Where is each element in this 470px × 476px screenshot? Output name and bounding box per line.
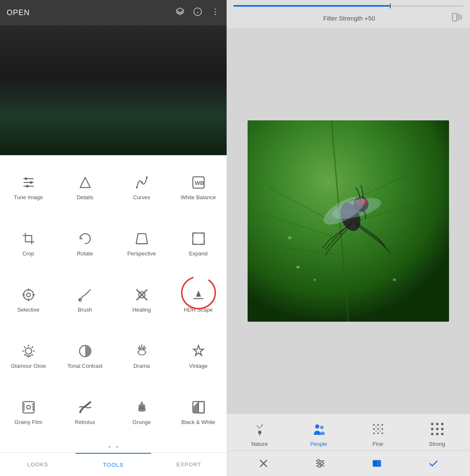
drama-label: Drama bbox=[133, 363, 150, 370]
healing-icon bbox=[133, 286, 150, 303]
tab-looks[interactable]: LOOKS bbox=[0, 453, 76, 476]
svg-rect-50 bbox=[32, 403, 34, 406]
svg-point-127 bbox=[317, 460, 320, 462]
filter-button[interactable] bbox=[370, 457, 384, 470]
svg-point-105 bbox=[381, 428, 383, 430]
cancel-button[interactable] bbox=[257, 457, 270, 470]
tab-export[interactable]: EXPORT bbox=[151, 453, 227, 476]
grainy-film-icon bbox=[20, 399, 37, 416]
expand-label: Expand bbox=[189, 250, 207, 258]
tool-brush[interactable]: Brush bbox=[57, 271, 113, 327]
crop-label: Crop bbox=[22, 250, 34, 258]
tool-tune-image[interactable]: Tune Image bbox=[0, 159, 57, 215]
tool-perspective[interactable]: Perspective bbox=[113, 215, 170, 271]
tool-drama[interactable]: Drama bbox=[113, 327, 170, 383]
svg-point-108 bbox=[381, 432, 383, 434]
hdr-scape-icon bbox=[190, 286, 207, 303]
svg-point-114 bbox=[436, 423, 439, 425]
svg-point-113 bbox=[431, 423, 433, 425]
svg-rect-131 bbox=[373, 461, 377, 466]
tool-retrolux[interactable]: Retrolux bbox=[57, 383, 113, 440]
tool-glamour-glow[interactable]: Glamour Glow bbox=[0, 327, 57, 383]
svg-point-118 bbox=[441, 428, 444, 430]
svg-point-121 bbox=[441, 433, 444, 435]
grunge-icon bbox=[133, 399, 150, 416]
preset-nature[interactable]: Nature bbox=[251, 420, 269, 447]
tool-black-white[interactable]: Black & White bbox=[170, 383, 227, 440]
svg-point-129 bbox=[318, 465, 321, 467]
tool-expand[interactable]: Expand bbox=[170, 215, 227, 271]
tool-grainy-film[interactable]: Grainy Film bbox=[0, 383, 57, 440]
svg-line-41 bbox=[31, 346, 33, 348]
crop-icon bbox=[20, 230, 37, 247]
tool-selective[interactable]: Selective bbox=[0, 271, 57, 327]
tool-grunge[interactable]: Grunge bbox=[113, 383, 170, 440]
svg-point-101 bbox=[377, 424, 379, 426]
svg-marker-31 bbox=[196, 290, 201, 297]
layers-icon[interactable] bbox=[175, 7, 185, 18]
svg-marker-57 bbox=[198, 401, 204, 413]
svg-rect-48 bbox=[23, 406, 25, 408]
curves-icon bbox=[133, 174, 150, 191]
info-icon[interactable] bbox=[193, 7, 202, 18]
confirm-button[interactable] bbox=[427, 457, 440, 470]
progress-bar-container[interactable] bbox=[233, 5, 463, 7]
svg-line-40 bbox=[24, 354, 25, 355]
tool-vintage[interactable]: Vintage bbox=[170, 327, 227, 383]
more-icon[interactable] bbox=[211, 7, 220, 18]
image-preview bbox=[0, 25, 227, 155]
preview-image bbox=[0, 25, 227, 155]
tool-rotate[interactable]: Rotate bbox=[57, 215, 113, 271]
tool-white-balance[interactable]: WB White Balance bbox=[170, 159, 227, 215]
nature-icon bbox=[251, 420, 269, 438]
strong-icon bbox=[428, 420, 446, 438]
fly-photo bbox=[248, 120, 449, 322]
adjust-button[interactable] bbox=[313, 457, 327, 470]
white-balance-label: White Balance bbox=[181, 194, 216, 201]
selective-icon bbox=[20, 286, 37, 303]
preset-fine[interactable]: Fine bbox=[369, 420, 387, 447]
filter-strength-label: Filter Strength +50 bbox=[247, 15, 452, 22]
svg-point-128 bbox=[321, 462, 323, 465]
svg-rect-52 bbox=[32, 408, 34, 411]
vintage-label: Vintage bbox=[189, 363, 208, 370]
tool-curves[interactable]: Curves bbox=[113, 159, 170, 215]
tune-image-icon bbox=[20, 174, 37, 191]
black-white-icon bbox=[190, 399, 207, 416]
svg-point-22 bbox=[24, 290, 34, 300]
preset-strong[interactable]: Strong bbox=[428, 420, 446, 447]
svg-text:WB: WB bbox=[195, 180, 204, 186]
svg-point-44 bbox=[138, 350, 145, 354]
preset-people[interactable]: People bbox=[310, 420, 328, 447]
svg-point-102 bbox=[381, 424, 383, 426]
drama-icon bbox=[133, 343, 150, 359]
tool-tonal-contrast[interactable]: Tonal Contrast bbox=[57, 327, 113, 383]
tab-tools[interactable]: TOOLS bbox=[76, 453, 151, 476]
details-label: Details bbox=[77, 194, 94, 201]
svg-point-109 bbox=[375, 427, 376, 428]
svg-point-98 bbox=[315, 424, 319, 429]
strong-label: Strong bbox=[429, 441, 445, 447]
svg-point-15 bbox=[141, 181, 143, 183]
details-icon bbox=[77, 174, 94, 191]
dot-2 bbox=[116, 446, 118, 447]
nature-label: Nature bbox=[251, 441, 268, 447]
svg-point-6 bbox=[215, 14, 216, 15]
tool-hdr-scape[interactable]: HDR Scape bbox=[170, 271, 227, 327]
compare-icon[interactable] bbox=[452, 13, 463, 24]
svg-rect-21 bbox=[193, 233, 204, 244]
svg-line-38 bbox=[24, 346, 25, 348]
svg-point-23 bbox=[26, 293, 30, 297]
tool-healing[interactable]: Healing bbox=[113, 271, 170, 327]
left-panel: OPEN bbox=[0, 0, 227, 476]
dot-1 bbox=[108, 446, 111, 447]
tool-details[interactable]: Details bbox=[57, 159, 113, 215]
svg-point-14 bbox=[136, 186, 138, 188]
svg-point-103 bbox=[373, 428, 375, 430]
tool-crop[interactable]: Crop bbox=[0, 215, 57, 271]
black-white-label: Black & White bbox=[181, 419, 215, 426]
fine-icon bbox=[369, 420, 387, 438]
action-bar bbox=[227, 450, 470, 476]
svg-point-100 bbox=[373, 424, 375, 426]
tonal-contrast-label: Tonal Contrast bbox=[68, 363, 103, 370]
